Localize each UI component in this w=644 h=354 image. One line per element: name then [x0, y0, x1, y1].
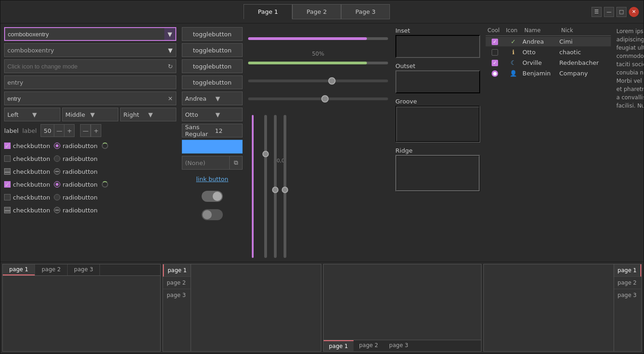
row4-name: Benjamin	[522, 70, 559, 77]
check-item-6[interactable]: — checkbutton	[4, 204, 50, 216]
combo-arrow2-icon[interactable]: ▼	[165, 44, 176, 57]
hslider-3-thumb[interactable]	[328, 77, 336, 85]
align-left-label: Left	[7, 111, 32, 118]
nb1-tab-1[interactable]: page 1	[3, 264, 35, 275]
align-right-dropdown[interactable]: Right ▼	[120, 108, 176, 121]
radio-item-2[interactable]: radiobutton	[54, 153, 108, 165]
minimize-button[interactable]: —	[604, 7, 614, 17]
checkbox-5[interactable]	[4, 194, 11, 200]
font-chooser[interactable]: Sans Regular 12	[182, 124, 243, 137]
check-item-2[interactable]: checkbutton	[4, 153, 50, 165]
hslider-1-track[interactable]	[248, 37, 388, 40]
switch-off[interactable]	[202, 209, 223, 220]
file-chooser[interactable]: (None) ⧉	[182, 156, 243, 170]
checkbox-2[interactable]	[4, 155, 11, 162]
refresh-icon[interactable]: ↻	[165, 60, 176, 73]
nb3-tab-1[interactable]: page 1	[324, 340, 354, 351]
radio-item-1[interactable]: radiobutton	[54, 140, 108, 152]
hslider-4-wrap	[248, 93, 388, 105]
menu-button[interactable]: ☰	[592, 7, 602, 17]
combo-arrow-icon[interactable]: ▼	[164, 28, 175, 40]
vslider-3-track[interactable]	[274, 115, 277, 258]
tab-page3[interactable]: Page 3	[341, 4, 390, 19]
combo-select-2[interactable]: Otto ▼	[182, 108, 243, 121]
list-row[interactable]: ✓ ✓ Andrea Cimi	[486, 37, 611, 46]
check-item-4[interactable]: ✓ checkbutton	[4, 178, 50, 190]
list-row[interactable]: ● 👤 Benjamin Company	[486, 69, 611, 78]
spin2-increase[interactable]: +	[91, 125, 101, 137]
vslider-2-thumb[interactable]	[262, 151, 269, 157]
vslider-4-thumb[interactable]	[282, 187, 288, 193]
radio-item-6[interactable]: radiobutton	[54, 204, 108, 216]
clear-icon[interactable]: ✕	[165, 92, 176, 105]
file-icon[interactable]: ⧉	[229, 156, 242, 169]
toggle-switch-on[interactable]	[182, 188, 243, 204]
nb4-vtab-2[interactable]: page 2	[614, 277, 641, 289]
close-button[interactable]: ✕	[629, 7, 639, 17]
list-row[interactable]: ℹ Otto chaotic	[486, 47, 611, 57]
tab-page1[interactable]: Page 1	[244, 4, 292, 19]
align-middle-dropdown[interactable]: Middle ▼	[62, 108, 118, 121]
check-item-3[interactable]: — checkbutton	[4, 166, 50, 177]
spinbox[interactable]: 50 — +	[41, 124, 75, 137]
vslider-2-track[interactable]	[264, 115, 267, 258]
checkbox-6[interactable]: —	[4, 207, 11, 213]
nb3-tab-3[interactable]: page 3	[383, 340, 413, 351]
vslider-4-track[interactable]	[284, 115, 286, 258]
spinbox2[interactable]: — +	[80, 124, 101, 137]
tab-page2[interactable]: Page 2	[292, 4, 341, 19]
nb4-vtab-3[interactable]: page 3	[614, 289, 641, 301]
maximize-button[interactable]: □	[616, 7, 627, 17]
check-item-5[interactable]: checkbutton	[4, 191, 50, 203]
search-entry[interactable]: ↻	[4, 59, 176, 73]
spin-increase[interactable]: +	[64, 125, 74, 137]
check-item-1[interactable]: ✓ checkbutton	[4, 140, 50, 152]
combo-entry2[interactable]: comboboxentry ▼	[4, 43, 176, 57]
vslider-1-track[interactable]	[252, 115, 254, 258]
vslider-3-thumb[interactable]	[272, 187, 278, 193]
nb1-tab-2[interactable]: page 2	[35, 264, 67, 275]
clearable-entry[interactable]: ✕	[4, 91, 176, 105]
toggle-btn-2[interactable]: togglebutton	[182, 43, 243, 57]
row4-cool-radio: ●	[492, 70, 498, 77]
hslider-4-thumb[interactable]	[321, 95, 329, 103]
link-button[interactable]: link button	[182, 172, 243, 186]
radio-2[interactable]	[54, 155, 60, 162]
nb2-vtab-1[interactable]: page 1	[163, 264, 190, 277]
clearable-input[interactable]	[5, 95, 165, 102]
combo-select-1[interactable]: Andrea ▼	[182, 91, 243, 105]
radio-1[interactable]	[54, 143, 60, 149]
radio-5[interactable]	[54, 194, 60, 200]
toggle-btn-3[interactable]: togglebutton	[182, 59, 243, 73]
checkbox-4[interactable]: ✓	[4, 181, 11, 188]
spin2-decrease[interactable]: —	[81, 125, 91, 137]
color-button[interactable]	[182, 140, 243, 154]
hslider-4-track[interactable]	[248, 97, 388, 100]
toggle-switch-off[interactable]	[182, 206, 243, 223]
radio-item-3[interactable]: radiobutton	[54, 166, 108, 177]
radio-item-4[interactable]: radiobutton	[54, 178, 108, 190]
switch-on[interactable]	[202, 191, 223, 202]
radio-6[interactable]	[54, 207, 60, 213]
align-left-dropdown[interactable]: Left ▼	[4, 108, 60, 121]
toggle-btn-4[interactable]: togglebutton	[182, 75, 243, 89]
toggle-btn-1[interactable]: togglebutton	[182, 27, 243, 41]
nb2-vtab-2[interactable]: page 2	[163, 277, 190, 289]
hslider-2-track[interactable]	[248, 62, 388, 64]
nb3-tab-2[interactable]: page 2	[354, 340, 383, 351]
checkbox-3[interactable]: —	[4, 168, 11, 175]
combo-entry-input[interactable]	[5, 31, 164, 38]
nb2-vtab-3[interactable]: page 3	[163, 289, 190, 301]
radio-3[interactable]	[54, 168, 60, 175]
nb4-vtab-1[interactable]: page 1	[614, 264, 641, 277]
list-row[interactable]: ✓ ☾ Orville Redenbacher	[486, 58, 611, 68]
checkbox-1[interactable]: ✓	[4, 143, 11, 149]
spin-decrease[interactable]: —	[54, 125, 64, 137]
search-input[interactable]	[5, 63, 165, 70]
hslider-2-wrap: 50%	[248, 51, 388, 69]
combo-entry-highlighted[interactable]: ▼	[4, 27, 176, 41]
radio-item-5[interactable]: radiobutton	[54, 191, 108, 203]
radio-4[interactable]	[54, 181, 60, 188]
nb1-tab-3[interactable]: page 3	[68, 264, 100, 275]
hslider-3-track[interactable]	[248, 80, 388, 82]
